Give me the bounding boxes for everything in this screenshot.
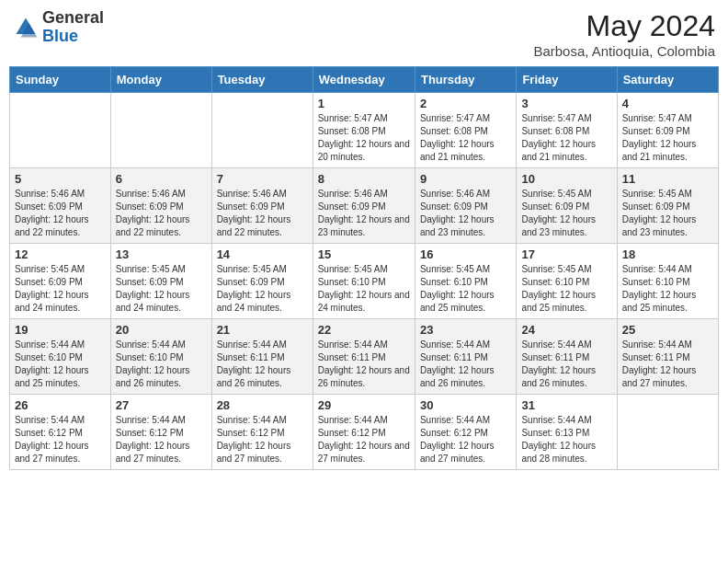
calendar-cell: 12Sunrise: 5:45 AMSunset: 6:09 PMDayligh… [10, 244, 111, 319]
calendar-week-4: 19Sunrise: 5:44 AMSunset: 6:10 PMDayligh… [10, 319, 719, 395]
weekday-header-friday: Friday [517, 67, 617, 93]
calendar-cell: 4Sunrise: 5:47 AMSunset: 6:09 PMDaylight… [617, 93, 718, 168]
day-info: Sunrise: 5:47 AMSunset: 6:09 PMDaylight:… [622, 112, 713, 164]
location-subtitle: Barbosa, Antioquia, Colombia [533, 43, 715, 59]
day-info: Sunrise: 5:45 AMSunset: 6:09 PMDaylight:… [15, 263, 106, 315]
calendar-cell: 31Sunrise: 5:44 AMSunset: 6:13 PMDayligh… [517, 395, 617, 470]
day-info: Sunrise: 5:44 AMSunset: 6:10 PMDaylight:… [15, 339, 106, 390]
day-number: 26 [15, 398, 106, 412]
calendar-cell: 16Sunrise: 5:45 AMSunset: 6:10 PMDayligh… [415, 244, 516, 319]
calendar-cell: 2Sunrise: 5:47 AMSunset: 6:08 PMDaylight… [415, 93, 516, 168]
calendar-cell: 24Sunrise: 5:44 AMSunset: 6:11 PMDayligh… [517, 319, 617, 395]
day-info: Sunrise: 5:44 AMSunset: 6:11 PMDaylight:… [622, 339, 713, 390]
calendar-cell: 22Sunrise: 5:44 AMSunset: 6:11 PMDayligh… [313, 319, 415, 395]
calendar-cell: 17Sunrise: 5:45 AMSunset: 6:10 PMDayligh… [517, 244, 617, 319]
logo-general-text: General [42, 8, 104, 27]
day-info: Sunrise: 5:45 AMSunset: 6:10 PMDaylight:… [521, 263, 611, 315]
day-number: 5 [15, 172, 106, 186]
weekday-header-sunday: Sunday [10, 67, 111, 93]
calendar-cell: 1Sunrise: 5:47 AMSunset: 6:08 PMDaylight… [313, 93, 415, 168]
day-info: Sunrise: 5:45 AMSunset: 6:09 PMDaylight:… [622, 188, 713, 239]
day-info: Sunrise: 5:45 AMSunset: 6:09 PMDaylight:… [521, 188, 611, 239]
title-block: May 2024 Barbosa, Antioquia, Colombia [533, 9, 715, 59]
weekday-header-monday: Monday [110, 67, 211, 93]
day-info: Sunrise: 5:44 AMSunset: 6:12 PMDaylight:… [318, 414, 410, 465]
day-info: Sunrise: 5:47 AMSunset: 6:08 PMDaylight:… [420, 112, 511, 164]
day-info: Sunrise: 5:44 AMSunset: 6:10 PMDaylight:… [116, 339, 207, 390]
day-number: 20 [116, 323, 207, 337]
day-number: 18 [622, 247, 713, 261]
weekday-header-thursday: Thursday [415, 67, 516, 93]
day-number: 2 [420, 97, 511, 110]
calendar-cell: 11Sunrise: 5:45 AMSunset: 6:09 PMDayligh… [617, 168, 718, 244]
calendar-cell [617, 395, 718, 470]
day-number: 14 [217, 247, 308, 261]
logo-icon [13, 15, 39, 40]
calendar-cell: 3Sunrise: 5:47 AMSunset: 6:08 PMDaylight… [517, 93, 617, 168]
calendar-cell: 15Sunrise: 5:45 AMSunset: 6:10 PMDayligh… [313, 244, 415, 319]
calendar-week-5: 26Sunrise: 5:44 AMSunset: 6:12 PMDayligh… [10, 395, 719, 470]
calendar-cell: 13Sunrise: 5:45 AMSunset: 6:09 PMDayligh… [110, 244, 211, 319]
calendar-cell: 7Sunrise: 5:46 AMSunset: 6:09 PMDaylight… [211, 168, 313, 244]
calendar-cell: 21Sunrise: 5:44 AMSunset: 6:11 PMDayligh… [211, 319, 313, 395]
logo-text: General Blue [42, 9, 104, 46]
calendar-cell: 20Sunrise: 5:44 AMSunset: 6:10 PMDayligh… [110, 319, 211, 395]
calendar-cell: 26Sunrise: 5:44 AMSunset: 6:12 PMDayligh… [10, 395, 111, 470]
calendar-cell: 28Sunrise: 5:44 AMSunset: 6:12 PMDayligh… [211, 395, 313, 470]
day-info: Sunrise: 5:44 AMSunset: 6:11 PMDaylight:… [318, 339, 410, 390]
day-info: Sunrise: 5:44 AMSunset: 6:11 PMDaylight:… [217, 339, 308, 390]
day-number: 1 [318, 97, 410, 110]
logo-blue-text: Blue [42, 27, 78, 45]
day-number: 21 [217, 323, 308, 337]
day-number: 7 [217, 172, 308, 186]
day-number: 11 [622, 172, 713, 186]
calendar-cell: 27Sunrise: 5:44 AMSunset: 6:12 PMDayligh… [110, 395, 211, 470]
day-info: Sunrise: 5:44 AMSunset: 6:10 PMDaylight:… [622, 263, 713, 315]
calendar-week-2: 5Sunrise: 5:46 AMSunset: 6:09 PMDaylight… [10, 168, 719, 244]
calendar-cell [211, 93, 313, 168]
day-number: 4 [622, 97, 713, 110]
calendar-cell: 30Sunrise: 5:44 AMSunset: 6:12 PMDayligh… [415, 395, 516, 470]
day-info: Sunrise: 5:46 AMSunset: 6:09 PMDaylight:… [15, 188, 106, 239]
day-number: 16 [420, 247, 511, 261]
day-info: Sunrise: 5:45 AMSunset: 6:10 PMDaylight:… [420, 263, 511, 315]
day-info: Sunrise: 5:46 AMSunset: 6:09 PMDaylight:… [217, 188, 308, 239]
day-info: Sunrise: 5:44 AMSunset: 6:11 PMDaylight:… [420, 339, 511, 390]
day-number: 24 [521, 323, 611, 337]
day-info: Sunrise: 5:44 AMSunset: 6:12 PMDaylight:… [116, 414, 207, 465]
calendar-table: SundayMondayTuesdayWednesdayThursdayFrid… [9, 66, 719, 470]
calendar-week-3: 12Sunrise: 5:45 AMSunset: 6:09 PMDayligh… [10, 244, 719, 319]
day-info: Sunrise: 5:44 AMSunset: 6:13 PMDaylight:… [521, 414, 611, 465]
logo: General Blue [13, 9, 104, 46]
day-number: 6 [116, 172, 207, 186]
weekday-header-tuesday: Tuesday [211, 67, 313, 93]
calendar-cell: 6Sunrise: 5:46 AMSunset: 6:09 PMDaylight… [110, 168, 211, 244]
day-number: 23 [420, 323, 511, 337]
day-info: Sunrise: 5:44 AMSunset: 6:12 PMDaylight:… [217, 414, 308, 465]
day-number: 8 [318, 172, 410, 186]
calendar-cell: 10Sunrise: 5:45 AMSunset: 6:09 PMDayligh… [517, 168, 617, 244]
calendar-cell [110, 93, 211, 168]
day-number: 12 [15, 247, 106, 261]
day-number: 22 [318, 323, 410, 337]
weekday-header-wednesday: Wednesday [313, 67, 415, 93]
day-number: 27 [116, 398, 207, 412]
day-info: Sunrise: 5:45 AMSunset: 6:09 PMDaylight:… [116, 263, 207, 315]
day-info: Sunrise: 5:46 AMSunset: 6:09 PMDaylight:… [318, 188, 410, 239]
calendar-cell: 9Sunrise: 5:46 AMSunset: 6:09 PMDaylight… [415, 168, 516, 244]
calendar-cell: 18Sunrise: 5:44 AMSunset: 6:10 PMDayligh… [617, 244, 718, 319]
weekday-header-row: SundayMondayTuesdayWednesdayThursdayFrid… [10, 67, 719, 93]
day-number: 17 [521, 247, 611, 261]
day-number: 10 [521, 172, 611, 186]
weekday-header-saturday: Saturday [617, 67, 718, 93]
calendar-cell: 29Sunrise: 5:44 AMSunset: 6:12 PMDayligh… [313, 395, 415, 470]
day-number: 19 [15, 323, 106, 337]
day-info: Sunrise: 5:47 AMSunset: 6:08 PMDaylight:… [521, 112, 611, 164]
day-number: 28 [217, 398, 308, 412]
day-number: 29 [318, 398, 410, 412]
calendar-cell: 8Sunrise: 5:46 AMSunset: 6:09 PMDaylight… [313, 168, 415, 244]
day-info: Sunrise: 5:45 AMSunset: 6:10 PMDaylight:… [318, 263, 410, 315]
day-number: 30 [420, 398, 511, 412]
calendar-cell: 19Sunrise: 5:44 AMSunset: 6:10 PMDayligh… [10, 319, 111, 395]
day-number: 31 [521, 398, 611, 412]
